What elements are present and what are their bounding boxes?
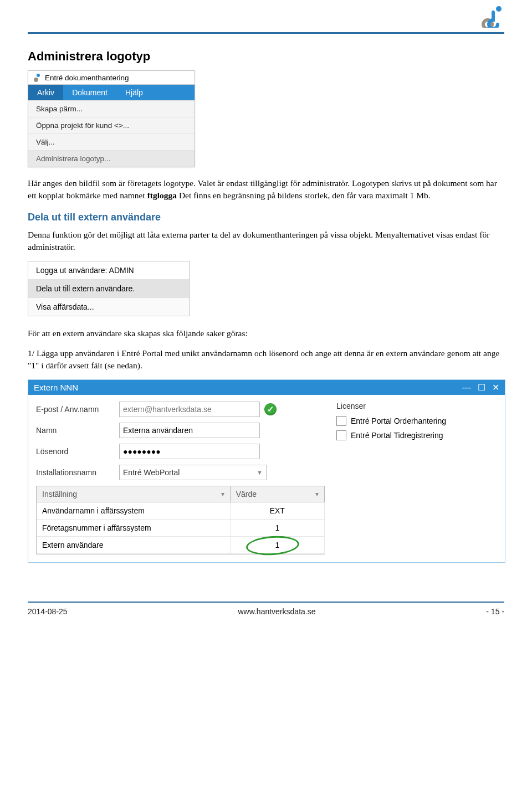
settings-table: Inställning ▾ Värde ▾ Användarnamn i aff… (36, 486, 325, 554)
menu-dokument[interactable]: Dokument (63, 85, 116, 100)
menu-arkiv[interactable]: Arkiv (28, 85, 63, 100)
screenshot-extern-form: Extern NNN — ☐ ✕ E-post / Anv.namn ✓ Nam… (28, 379, 505, 563)
cell-setting: Extern användare (37, 537, 231, 554)
menuitem-visa-affarsdata[interactable]: Visa affärsdata... (28, 297, 189, 316)
screenshot-context-menu: Logga ut användare: ADMIN Dela ut till e… (28, 261, 190, 316)
cell-value: 1 (231, 520, 325, 537)
label-epost: E-post / Anv.namn (36, 405, 119, 414)
filter-icon[interactable]: ▾ (315, 490, 319, 498)
label-licenser: Licenser (336, 402, 497, 410)
paragraph-2: Denna funktion gör det möjligt att låta … (28, 229, 504, 253)
cell-setting: Användarnamn i affärssystem (37, 502, 231, 520)
app-title: Entré dokumenthantering (45, 74, 129, 82)
menuitem-skapa-parm[interactable]: Skapa pärm... (28, 100, 195, 117)
brand-logo (479, 6, 504, 30)
footer-url: www.hantverksdata.se (238, 607, 315, 616)
minimize-icon[interactable]: — (462, 383, 471, 392)
screenshot-menu: Entré dokumenthantering Arkiv Dokument H… (28, 70, 195, 167)
subheading-dela-ut: Dela ut till extern användare (28, 212, 504, 223)
dropdown-arkiv: Skapa pärm... Öppna projekt för kund <>.… (28, 100, 195, 167)
checkbox-label: Entré Portal Tidregistrering (351, 431, 443, 440)
select-value: Entré WebPortal (123, 468, 180, 477)
page-footer: 2014-08-25 www.hantverksdata.se - 15 - (28, 602, 504, 616)
label-namn: Namn (36, 426, 119, 435)
menuitem-logga-ut[interactable]: Logga ut användare: ADMIN (28, 261, 189, 279)
footer-page: - 15 - (486, 607, 504, 616)
footer-date: 2014-08-25 (28, 607, 68, 616)
close-icon[interactable]: ✕ (492, 383, 499, 392)
header-rule (28, 32, 504, 34)
checkbox-row-orderhantering[interactable]: Entré Portal Orderhantering (336, 416, 497, 426)
cell-value: 1 (231, 537, 325, 554)
checkbox-row-tidregistrering[interactable]: Entré Portal Tidregistrering (336, 430, 497, 440)
checkbox-orderhantering[interactable] (336, 416, 346, 426)
check-icon: ✓ (264, 403, 277, 415)
menuitem-oppna-projekt[interactable]: Öppna projekt för kund <>... (28, 117, 195, 133)
cell-setting: Företagsnummer i affärssystem (37, 520, 231, 537)
menuitem-administrera-logotyp[interactable]: Administrera logotyp... (28, 150, 195, 167)
app-titlebar: Entré dokumenthantering (28, 71, 195, 85)
window-title: Extern NNN (34, 383, 78, 392)
label-install: Installationsnamn (36, 468, 119, 477)
menu-hjalp[interactable]: Hjälp (116, 85, 152, 100)
paragraph-3: För att en extern användare ska skapas s… (28, 327, 504, 340)
window-buttons: — ☐ ✕ (462, 383, 499, 392)
window-titlebar: Extern NNN — ☐ ✕ (28, 380, 505, 395)
input-epost[interactable] (119, 402, 260, 417)
checkbox-label: Entré Portal Orderhantering (351, 417, 446, 425)
paragraph-4: 1/ Lägga upp användaren i Entré Portal m… (28, 347, 504, 372)
svg-point-0 (496, 6, 502, 12)
menuitem-valj[interactable]: Välj... (28, 133, 195, 150)
table-row: Företagsnummer i affärssystem 1 (37, 520, 325, 537)
table-row: Användarnamn i affärssystem EXT (37, 502, 325, 520)
filter-icon[interactable]: ▾ (221, 490, 224, 498)
cell-value: EXT (231, 502, 325, 520)
label-losenord: Lösenord (36, 447, 119, 456)
section-heading: Administrera logotyp (28, 49, 504, 64)
select-installationsnamn[interactable]: Entré WebPortal ▼ (119, 465, 267, 480)
menuitem-dela-ut-extern[interactable]: Dela ut till extern användare. (28, 279, 189, 297)
menubar: Arkiv Dokument Hjälp (28, 85, 195, 100)
svg-point-1 (37, 74, 40, 77)
app-icon (33, 73, 42, 82)
paragraph-1: Här anges den bildfil som är företagets … (28, 177, 504, 202)
checkbox-tidregistrering[interactable] (336, 430, 346, 440)
table-row: Extern användare 1 (37, 537, 325, 554)
col-varde[interactable]: Värde ▾ (231, 486, 325, 502)
chevron-down-icon: ▼ (257, 469, 263, 476)
input-losenord[interactable] (119, 444, 260, 459)
col-installning[interactable]: Inställning ▾ (37, 486, 231, 502)
maximize-icon[interactable]: ☐ (478, 383, 485, 392)
highlight-ring (245, 535, 300, 557)
input-namn[interactable] (119, 423, 260, 438)
